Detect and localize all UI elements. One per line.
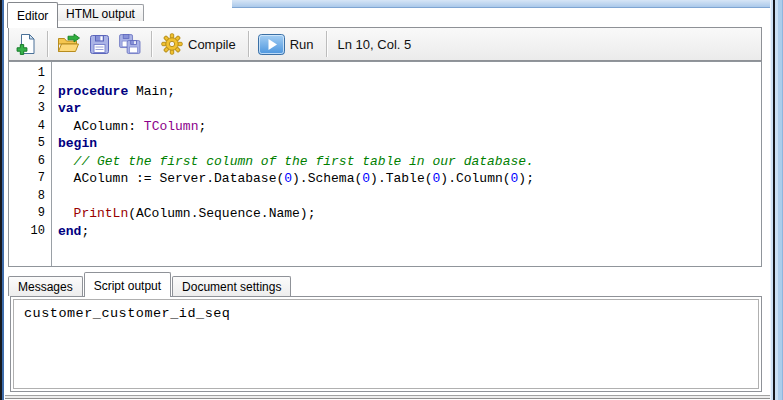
code-line: 5begin xyxy=(9,135,761,153)
code-line: 6 // Get the first column of the first t… xyxy=(9,153,761,171)
play-icon xyxy=(258,34,285,55)
tab-messages[interactable]: Messages xyxy=(8,276,83,296)
window-bottom-border xyxy=(0,394,783,400)
line-number: 4 xyxy=(9,118,51,136)
line-number: 2 xyxy=(9,83,51,101)
code-text: end; xyxy=(51,223,89,241)
tab-script-output[interactable]: Script output xyxy=(84,272,171,297)
code-line: 9 PrintLn(AColumn.Sequence.Name); xyxy=(9,205,761,223)
line-number: 5 xyxy=(9,135,51,153)
save-all-button[interactable] xyxy=(116,30,144,58)
code-text: // Get the first column of the first tab… xyxy=(51,153,534,171)
cursor-position-status: Ln 10, Col. 5 xyxy=(338,37,412,52)
gear-icon xyxy=(161,33,183,55)
toolbar-separator xyxy=(151,31,153,57)
run-label: Run xyxy=(290,37,314,52)
code-lines: 12procedure Main;3var4 AColumn: TColumn;… xyxy=(9,65,761,240)
new-document-button[interactable] xyxy=(14,30,40,58)
bottom-tabstrip: Messages Script output Document settings xyxy=(8,270,292,296)
code-text: var xyxy=(51,100,81,118)
code-text: AColumn := Server.Database(0).Schema(0).… xyxy=(51,170,534,188)
code-text: procedure Main; xyxy=(51,83,175,101)
line-number: 6 xyxy=(9,153,51,171)
code-line: 8 xyxy=(9,188,761,206)
code-line: 1 xyxy=(9,65,761,83)
code-line: 2procedure Main; xyxy=(9,83,761,101)
open-folder-icon xyxy=(57,33,81,55)
line-number: 1 xyxy=(9,65,51,83)
save-icon xyxy=(89,34,110,55)
tab-editor[interactable]: Editor xyxy=(7,2,58,28)
code-text: AColumn: TColumn; xyxy=(51,118,206,136)
tab-document-settings[interactable]: Document settings xyxy=(172,276,291,296)
open-button[interactable] xyxy=(55,30,83,58)
tab-html-output[interactable]: HTML output xyxy=(57,4,144,21)
line-number: 10 xyxy=(9,223,51,241)
code-line: 10end; xyxy=(9,223,761,241)
script-output-panel[interactable]: customer_customer_id_seq xyxy=(10,296,762,392)
code-text: PrintLn(AColumn.Sequence.Name); xyxy=(51,205,315,223)
run-button[interactable]: Run xyxy=(256,30,319,58)
compile-label: Compile xyxy=(188,37,236,52)
line-number: 7 xyxy=(9,170,51,188)
save-all-icon xyxy=(118,33,142,55)
compile-button[interactable]: Compile xyxy=(159,30,241,58)
output-text: customer_customer_id_seq xyxy=(24,306,761,321)
line-number: 3 xyxy=(9,100,51,118)
code-text xyxy=(51,65,58,83)
line-number: 8 xyxy=(9,188,51,206)
line-number: 9 xyxy=(9,205,51,223)
code-line: 7 AColumn := Server.Database(0).Schema(0… xyxy=(9,170,761,188)
save-button[interactable] xyxy=(87,30,112,58)
code-editor[interactable]: 12procedure Main;3var4 AColumn: TColumn;… xyxy=(8,61,762,267)
code-line: 4 AColumn: TColumn; xyxy=(9,118,761,136)
toolbar-separator xyxy=(47,31,49,57)
code-text: begin xyxy=(51,135,97,153)
toolbar-separator xyxy=(326,31,328,57)
new-document-icon xyxy=(16,33,38,55)
toolbar: Compile Run Ln 10, Col. 5 xyxy=(8,27,762,61)
toolbar-separator xyxy=(248,31,250,57)
window-left-border xyxy=(0,0,5,400)
code-line: 3var xyxy=(9,100,761,118)
window-right-border xyxy=(770,0,783,400)
code-text xyxy=(51,188,58,206)
app-window: Editor HTML output xyxy=(5,0,770,394)
